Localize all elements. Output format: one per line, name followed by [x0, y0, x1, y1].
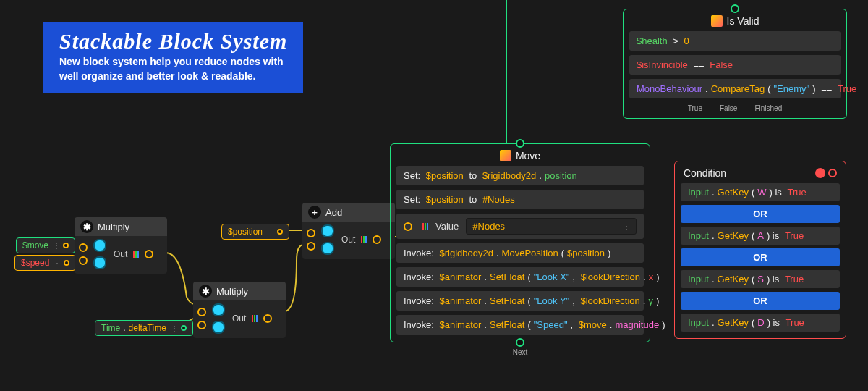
banner-title: Stackable Block System [59, 29, 287, 54]
value-port[interactable] [212, 303, 225, 316]
expr-row[interactable]: Input.GetKey(W) is True [681, 183, 840, 201]
pill-deltatime[interactable]: Time.deltaTime ⋮ [95, 320, 193, 336]
invoke-row[interactable]: Invoke: $animator.SetFloat("Look Y", $lo… [396, 291, 644, 311]
pill-move[interactable]: $move ⋮ [16, 237, 75, 253]
output-port[interactable] [64, 260, 69, 266]
footer-false: False [720, 104, 737, 112]
token: ( [527, 272, 530, 282]
axis-icon [361, 236, 367, 243]
token: to [467, 194, 480, 205]
node-is-valid[interactable]: Is Valid $health > 0$isInvincible == Fal… [623, 9, 847, 119]
node-header[interactable]: ✱ Multiply [75, 217, 167, 236]
token: . [610, 319, 613, 330]
token: D [757, 317, 764, 328]
token: ) [662, 319, 665, 330]
output-port[interactable] [63, 243, 69, 248]
token: ) [608, 248, 610, 258]
node-title-row[interactable]: Is Valid [626, 12, 843, 31]
token: True [787, 187, 806, 198]
input-port[interactable] [79, 256, 88, 265]
token: SetFloat [490, 319, 524, 330]
token: ( [752, 317, 754, 328]
output-port[interactable] [145, 250, 153, 258]
token: True [785, 274, 804, 285]
set-row[interactable]: Set: $position to #Nodes [396, 190, 644, 209]
input-port[interactable] [197, 308, 206, 316]
token: $position [426, 194, 464, 205]
token: ) is [767, 230, 782, 241]
token: Input [688, 187, 709, 198]
expr-row[interactable]: Input.GetKey(A) is True [681, 227, 840, 245]
output-port[interactable] [277, 229, 283, 235]
condition-row[interactable]: $isInvincible == False [629, 55, 841, 75]
token: CompareTag [711, 83, 765, 94]
output-port[interactable] [373, 235, 381, 244]
token: $position [426, 170, 464, 181]
token: == [691, 59, 707, 70]
pill-speed[interactable]: $speed ⋮ [14, 255, 76, 271]
invoke-row[interactable]: Invoke: $animator.SetFloat("Look X", $lo… [396, 267, 644, 287]
node-header[interactable]: + Add [302, 203, 395, 222]
input-port[interactable] [197, 321, 206, 329]
expr-row[interactable]: Input.GetKey(S) is True [681, 270, 840, 288]
promo-banner: Stackable Block System New block system … [43, 22, 303, 93]
node-condition[interactable]: Condition Input.GetKey(W) is TrueORInput… [674, 161, 846, 339]
token: GetKey [718, 230, 749, 241]
input-port[interactable] [79, 243, 88, 252]
node-multiply-2[interactable]: ✱ Multiply Out [193, 282, 286, 338]
value-port[interactable] [212, 321, 225, 334]
invoke-row[interactable]: Invoke: $animator.SetFloat("Speed", $mov… [396, 315, 644, 335]
token: SetFloat [490, 295, 524, 306]
token: "Look Y" [534, 295, 569, 306]
pill-position[interactable]: $position ⋮ [221, 224, 289, 240]
value-dropdown[interactable]: #Nodes⋮ [466, 218, 637, 235]
node-move[interactable]: Move Set: $position to $rigidbody2d.posi… [390, 143, 650, 342]
set-row[interactable]: Set: $position to $rigidbody2d.position [396, 166, 644, 185]
node-header[interactable]: Condition [678, 164, 843, 183]
exec-out-port[interactable] [516, 338, 524, 347]
output-port[interactable] [181, 325, 187, 331]
condition-row[interactable]: MonoBehaviour.CompareTag("Enemy") == Tru… [629, 79, 841, 98]
value-port[interactable] [93, 239, 106, 252]
pill-label-b: deltaTime [129, 323, 166, 333]
token: ( [561, 248, 564, 258]
node-add[interactable]: + Add Out [302, 203, 395, 259]
exec-in-port[interactable] [516, 139, 524, 148]
invoke-row[interactable]: Invoke: $rigidbody2d.MovePosition($posit… [396, 243, 644, 263]
value-port[interactable] [321, 224, 334, 237]
token: ( [752, 230, 754, 241]
dot-hollow-icon [828, 169, 837, 177]
input-port[interactable] [307, 242, 315, 251]
token: . [643, 295, 646, 306]
output-port[interactable] [263, 314, 272, 323]
token: ) is [770, 187, 785, 198]
or-row[interactable]: OR [681, 248, 840, 266]
token: Set: [404, 170, 423, 181]
value-row[interactable]: Value#Nodes⋮ [396, 214, 644, 239]
value-port[interactable] [93, 256, 106, 269]
input-port[interactable] [404, 222, 412, 231]
token: $rigidbody2d [482, 170, 536, 181]
token: True [786, 317, 804, 328]
node-title: Add [326, 207, 342, 218]
node-multiply-1[interactable]: ✱ Multiply Out [75, 217, 167, 274]
exec-in-port[interactable] [731, 4, 739, 13]
condition-row[interactable]: $health > 0 [629, 31, 841, 51]
value-port[interactable] [321, 242, 334, 255]
token: ( [527, 319, 530, 330]
node-footer: True False Finished [626, 103, 843, 115]
token: . [712, 230, 715, 241]
or-row[interactable]: OR [681, 205, 840, 223]
token: ( [752, 274, 754, 285]
token: GetKey [718, 187, 749, 198]
input-port[interactable] [307, 229, 315, 237]
token: > [671, 35, 681, 46]
node-header[interactable]: ✱ Multiply [193, 282, 286, 300]
expr-row[interactable]: Input.GetKey(D) is True [681, 314, 840, 332]
token: $rigidbody2d [440, 248, 493, 258]
token: True [838, 83, 856, 94]
token: . [712, 317, 715, 328]
or-row[interactable]: OR [681, 292, 840, 310]
token: x [649, 272, 654, 282]
node-title-row[interactable]: Move [393, 147, 647, 166]
